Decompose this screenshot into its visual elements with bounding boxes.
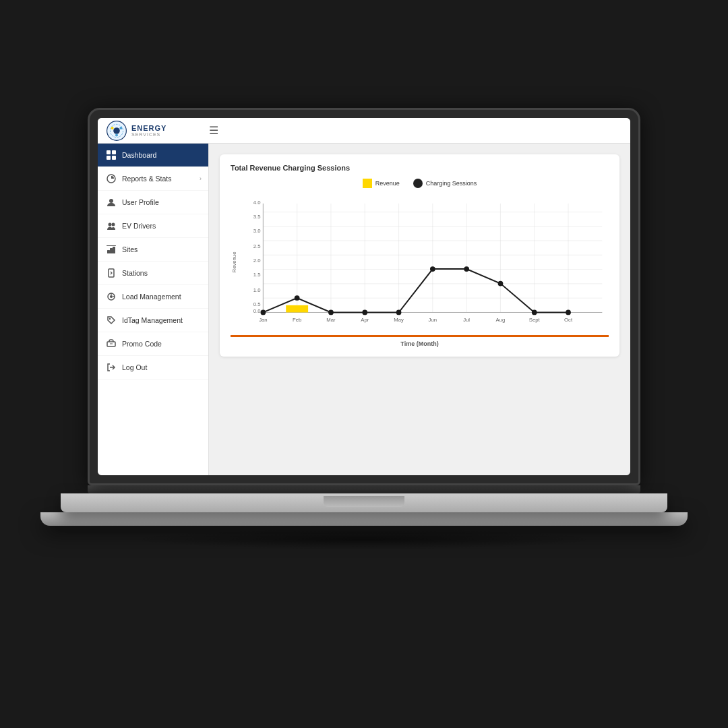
laptop-hinge — [88, 485, 640, 493]
evdrivers-icon — [106, 220, 117, 231]
top-bar: ENERGY SERVICES ☰ — [98, 118, 630, 144]
sidebar-logout-label: Log Out — [122, 363, 147, 371]
svg-text:Apr: Apr — [361, 317, 369, 323]
svg-text:May: May — [394, 317, 404, 323]
logo-text: ENERGY SERVICES — [131, 124, 166, 138]
laptop-feet — [40, 512, 688, 526]
svg-text:3.0: 3.0 — [253, 228, 261, 234]
sidebar-item-logout[interactable]: Log Out — [98, 356, 208, 380]
svg-point-12 — [109, 223, 112, 226]
userprofile-icon — [106, 197, 117, 208]
sidebar-item-userprofile[interactable]: User Profile — [98, 191, 208, 214]
svg-rect-6 — [107, 150, 111, 154]
svg-rect-15 — [110, 248, 113, 253]
dot-aug — [498, 281, 504, 286]
laptop-base — [61, 493, 667, 512]
svg-point-3 — [111, 127, 114, 129]
dot-jul — [464, 266, 469, 272]
sidebar-item-promo[interactable]: Promo Code — [98, 332, 208, 356]
chart-title: Total Revenue Charging Sessions — [231, 164, 609, 172]
promo-icon — [106, 338, 117, 349]
chart-legend: Revenue Charging Sessions — [231, 179, 609, 188]
chart-area: 0.0 0.5 1.0 1.5 2.0 2.5 3.0 3.5 4.0 4. — [231, 195, 609, 330]
dot-mar — [328, 310, 334, 315]
legend-sessions: Charging Sessions — [413, 179, 477, 188]
svg-text:Mar: Mar — [326, 317, 336, 323]
dot-oct — [566, 310, 571, 315]
sidebar-loadmgmt-label: Load Management — [122, 293, 181, 301]
logout-icon — [106, 362, 117, 373]
sidebar-sites-label: Sites — [122, 245, 138, 253]
stations-icon — [106, 268, 117, 278]
legend-revenue-box — [363, 179, 372, 188]
svg-point-5 — [115, 133, 118, 136]
sidebar-stations-label: Stations — [122, 269, 148, 277]
sidebar-promo-label: Promo Code — [122, 340, 162, 348]
legend-sessions-label: Charging Sessions — [426, 180, 477, 187]
sidebar-item-reports[interactable]: Reports & Stats › — [98, 167, 208, 191]
revenue-bar-feb — [286, 305, 308, 313]
sidebar-item-loadmgmt[interactable]: Load Management — [98, 285, 208, 309]
sidebar-item-sites[interactable]: Sites — [98, 238, 208, 262]
svg-text:1.5: 1.5 — [253, 272, 261, 278]
legend-revenue: Revenue — [363, 179, 400, 188]
sidebar-evdrivers-label: EV Drivers — [122, 222, 156, 230]
svg-text:0.0: 0.0 — [253, 308, 261, 314]
sidebar-idtag-label: IdTag Management — [122, 316, 183, 324]
dot-jan — [260, 310, 266, 315]
svg-point-21 — [109, 318, 111, 320]
svg-rect-14 — [107, 250, 110, 253]
hamburger-menu[interactable]: ☰ — [209, 124, 218, 137]
svg-text:Jan: Jan — [259, 317, 267, 323]
logo-area: ENERGY SERVICES — [106, 120, 204, 142]
svg-point-11 — [109, 199, 113, 203]
sidebar-dashboard-label: Dashboard — [122, 151, 156, 159]
dot-feb — [295, 295, 300, 301]
logo-energy-text: ENERGY — [131, 124, 166, 132]
legend-revenue-label: Revenue — [375, 180, 400, 187]
sidebar-item-stations[interactable]: Stations — [98, 262, 208, 285]
svg-point-4 — [119, 127, 122, 129]
loadmgmt-icon — [106, 291, 117, 302]
sidebar: Dashboard Reports & Stats › — [98, 144, 209, 475]
sites-icon — [106, 244, 117, 255]
logo-services-text: SERVICES — [131, 132, 166, 138]
sidebar-item-idtag[interactable]: IdTag Management — [98, 309, 208, 332]
svg-text:2.5: 2.5 — [253, 243, 261, 249]
svg-text:Jun: Jun — [429, 317, 437, 323]
svg-rect-8 — [107, 156, 111, 160]
svg-point-13 — [112, 223, 115, 226]
sidebar-reports-label: Reports & Stats — [122, 175, 172, 183]
laptop-shadow — [128, 529, 600, 549]
sidebar-item-dashboard[interactable]: Dashboard — [98, 144, 208, 167]
svg-text:Oct: Oct — [564, 317, 573, 323]
svg-text:Aug: Aug — [496, 317, 506, 323]
svg-rect-18 — [109, 269, 114, 277]
svg-text:4.0: 4.0 — [253, 200, 261, 206]
logo-icon — [106, 120, 127, 142]
svg-text:Jul: Jul — [463, 317, 470, 323]
legend-sessions-dot — [413, 179, 423, 188]
reports-chevron: › — [200, 175, 202, 182]
main-area: Total Revenue Charging Sessions Revenue … — [209, 144, 630, 475]
svg-text:0.5: 0.5 — [253, 301, 261, 307]
chart-card: Total Revenue Charging Sessions Revenue … — [220, 154, 619, 357]
dot-may — [396, 310, 402, 315]
line-chart — [263, 269, 568, 312]
chart-x-label: Time (Month) — [231, 335, 609, 347]
sidebar-item-evdrivers[interactable]: EV Drivers — [98, 214, 208, 238]
svg-text:3.5: 3.5 — [253, 214, 261, 220]
svg-rect-17 — [107, 245, 116, 246]
svg-rect-9 — [112, 156, 116, 160]
sidebar-userprofile-label: User Profile — [122, 198, 159, 206]
svg-text:Feb: Feb — [293, 317, 301, 323]
chart-svg: 0.0 0.5 1.0 1.5 2.0 2.5 3.0 3.5 4.0 4. — [231, 195, 609, 330]
reports-icon — [106, 173, 117, 184]
dot-apr — [362, 310, 367, 315]
svg-text:1.0: 1.0 — [253, 287, 261, 293]
svg-rect-7 — [112, 150, 116, 154]
svg-text:Sept: Sept — [529, 317, 541, 323]
svg-text:Revenue: Revenue — [231, 252, 237, 273]
svg-rect-16 — [113, 247, 115, 253]
svg-point-20 — [110, 295, 113, 298]
